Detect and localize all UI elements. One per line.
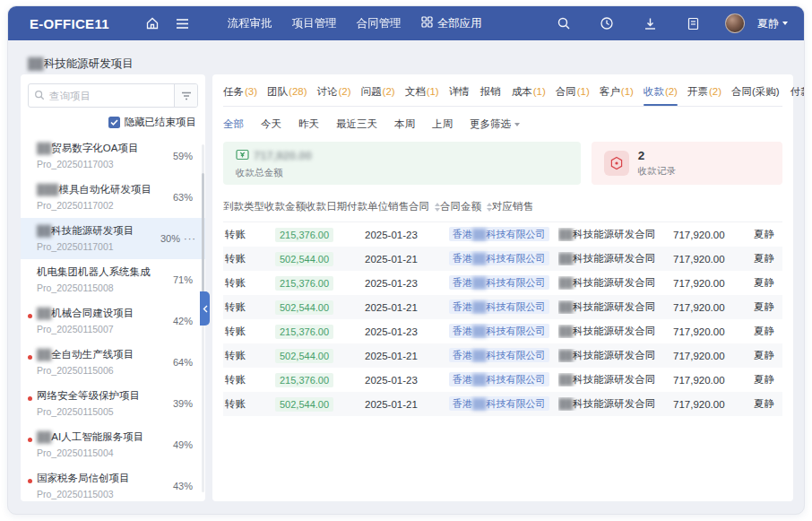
project-code: Pro_20250115007 <box>37 324 194 334</box>
more-filters-button[interactable]: 更多筛选 <box>470 117 520 131</box>
sales-person: 夏静 <box>754 373 782 386</box>
table-row[interactable]: 转账 502,544.00 2025-01-21 香港██科技有限公司 ██科技… <box>223 295 782 319</box>
payer-link[interactable]: 香港██科技有限公司 <box>449 348 549 362</box>
date-filter-item[interactable]: 今天 <box>261 117 281 131</box>
search-icon[interactable] <box>553 13 574 34</box>
nav-menu-item[interactable]: 项目管理 <box>292 16 337 31</box>
amount-chip[interactable]: 502,544.00 <box>275 300 333 315</box>
amount-chip[interactable]: 215,376.00 <box>275 228 333 242</box>
project-list-item[interactable]: ██科技能源研发项目 Pro_20250117001 30% ··· <box>21 218 205 259</box>
table-row[interactable]: 转账 215,376.00 2025-01-23 香港██科技有限公司 ██科技… <box>223 368 782 392</box>
scrollbar-thumb[interactable] <box>202 173 204 308</box>
chevron-down-icon <box>782 22 788 25</box>
column-header[interactable]: 合同金额 <box>440 200 492 213</box>
project-list-item[interactable]: ███模具自动化研发项目 Pro_20250117002 63% <box>21 177 205 218</box>
search-input[interactable] <box>49 91 168 101</box>
date-filter-item[interactable]: 最近三天 <box>336 117 377 131</box>
search-field[interactable] <box>29 84 174 107</box>
filter-icon-button[interactable] <box>174 84 197 107</box>
tab[interactable]: 团队(28) <box>267 85 307 106</box>
column-header[interactable]: 销售合同 <box>388 200 440 213</box>
user-menu[interactable]: 夏静 <box>757 16 788 31</box>
nav-menu-item[interactable]: 合同管理 <box>357 16 402 31</box>
project-progress: 71% <box>173 274 193 285</box>
payer-link[interactable]: 香港██科技有限公司 <box>449 227 549 241</box>
download-icon[interactable] <box>639 13 661 34</box>
tab[interactable]: 讨论(2) <box>317 85 351 106</box>
project-list-item[interactable]: ██机械合同建设项目 Pro_20250115007 42% <box>21 300 205 342</box>
project-list-item[interactable]: 国家税务局信创项目 Pro_20250115003 43% <box>21 465 205 501</box>
table-row[interactable]: 转账 215,376.00 2025-01-23 香港██科技有限公司 ██科技… <box>223 271 782 295</box>
tab[interactable]: 文档(1) <box>405 85 439 106</box>
payment-date: 2025-01-23 <box>365 278 449 289</box>
project-progress: 30% <box>160 233 180 244</box>
table-row[interactable]: 转账 215,376.00 2025-01-23 香港██科技有限公司 ██科技… <box>223 319 782 343</box>
column-header[interactable]: 对应销售 <box>492 200 533 213</box>
user-avatar[interactable] <box>725 13 745 33</box>
table-row[interactable]: 转账 215,376.00 2025-01-23 香港██科技有限公司 ██科技… <box>223 222 782 247</box>
tab[interactable]: 付款 <box>790 85 805 106</box>
project-list-item[interactable]: ██AI人工智能服务项目 Pro_20250115004 49% <box>21 424 205 465</box>
payer-link[interactable]: 香港██科技有限公司 <box>449 275 549 290</box>
total-amount-value: 717,920.00 <box>254 149 312 162</box>
column-header[interactable]: 到款类型 <box>223 200 264 213</box>
all-apps-button[interactable]: 全部应用 <box>421 16 482 31</box>
amount-chip[interactable]: 215,376.00 <box>275 373 333 387</box>
record-badge-icon <box>604 151 629 176</box>
column-header[interactable]: 付款单位 <box>347 200 388 213</box>
payer-link[interactable]: 香港██科技有限公司 <box>449 396 549 411</box>
clock-icon[interactable] <box>596 13 618 34</box>
payer-link[interactable]: 香港██科技有限公司 <box>449 324 549 338</box>
project-list-item[interactable]: ██贸易数字化OA项目 Pro_20250117003 59% <box>21 135 205 177</box>
checkbox-checked-icon[interactable] <box>108 117 120 128</box>
amount-chip[interactable]: 502,544.00 <box>275 252 333 266</box>
date-filter-item[interactable]: 全部 <box>223 117 244 131</box>
project-name: ███模具自动化研发项目 <box>37 183 194 196</box>
table-row[interactable]: 转账 502,544.00 2025-01-21 香港██科技有限公司 ██科技… <box>223 392 782 416</box>
project-list-item[interactable]: 网络安全等级保护项目 Pro_20250115005 39% <box>21 383 205 424</box>
tab[interactable]: 收款(2) <box>644 85 678 106</box>
tab[interactable]: 客户(1) <box>600 85 634 106</box>
tab[interactable]: 合同(采购) <box>731 85 781 106</box>
nav-menu-item[interactable]: 流程审批 <box>228 16 272 31</box>
contract-amount: 717,920.00 <box>673 399 754 410</box>
date-filter-item[interactable]: 昨天 <box>298 117 319 131</box>
tab[interactable]: 问题(2) <box>361 85 395 106</box>
tab[interactable]: 开票(2) <box>687 85 721 106</box>
contract-amount: 717,920.00 <box>673 254 754 265</box>
project-list-item[interactable]: ██全自动生产线项目 Pro_20250115006 64% <box>21 342 205 383</box>
tab[interactable]: 合同(1) <box>556 85 590 106</box>
date-filter-item[interactable]: 上周 <box>432 117 453 131</box>
tab[interactable]: 报销 <box>480 85 502 106</box>
amount-chip[interactable]: 215,376.00 <box>275 325 333 339</box>
tab[interactable]: 详情 <box>449 85 471 106</box>
apps-grid-icon <box>421 16 433 30</box>
payer-link[interactable]: 香港██科技有限公司 <box>449 372 549 386</box>
sales-contract: ██科技能源研发合同 <box>558 373 673 386</box>
project-list: ██贸易数字化OA项目 Pro_20250117003 59% ███模具自动化… <box>21 135 205 501</box>
amount-chip[interactable]: 502,544.00 <box>275 349 333 363</box>
contract-amount: 717,920.00 <box>673 278 754 289</box>
date-filter-item[interactable]: 本周 <box>394 117 415 131</box>
more-actions-icon[interactable]: ··· <box>184 233 196 244</box>
table-row[interactable]: 转账 502,544.00 2025-01-21 香港██科技有限公司 ██科技… <box>223 343 782 368</box>
menu-hamburger-icon[interactable] <box>172 13 194 34</box>
amount-chip[interactable]: 502,544.00 <box>275 397 333 412</box>
alert-dot-icon <box>28 314 32 318</box>
hide-finished-toggle[interactable]: 隐藏已结束项目 <box>21 116 196 129</box>
document-icon[interactable] <box>682 13 704 34</box>
project-progress: 39% <box>173 398 193 409</box>
tab[interactable]: 成本(1) <box>512 85 546 106</box>
table-row[interactable]: 转账 502,544.00 2025-01-21 香港██科技有限公司 ██科技… <box>223 247 782 271</box>
payment-type: 转账 <box>223 325 275 338</box>
amount-chip[interactable]: 215,376.00 <box>275 276 333 291</box>
payer-link[interactable]: 香港██科技有限公司 <box>449 251 549 265</box>
project-list-item[interactable]: 机电集团机器人系统集成 Pro_20250115008 71% <box>21 259 205 300</box>
home-icon[interactable] <box>142 13 163 34</box>
payer-link[interactable]: 香港██科技有限公司 <box>449 300 549 314</box>
sidebar-collapse-handle[interactable] <box>200 291 210 326</box>
payment-type: 转账 <box>223 276 275 290</box>
column-header[interactable]: 收款金额 <box>264 200 306 213</box>
tab[interactable]: 任务(3) <box>223 85 257 106</box>
column-header[interactable]: 收款日期 <box>306 200 347 213</box>
